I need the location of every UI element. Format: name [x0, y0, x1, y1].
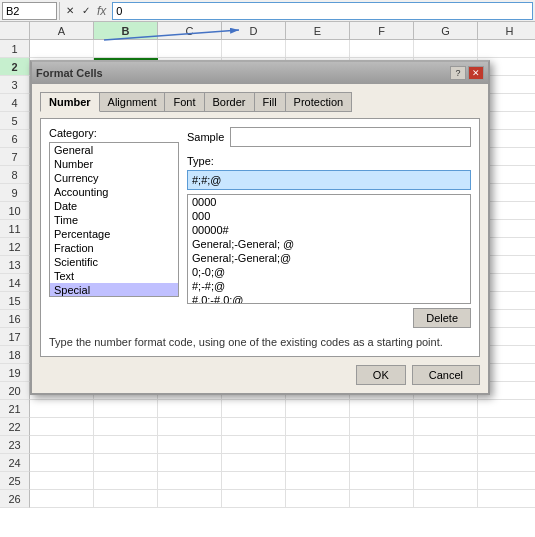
dialog-close-btn[interactable]: ✕: [468, 66, 484, 80]
category-item-fraction[interactable]: Fraction: [50, 241, 178, 255]
row-num-1[interactable]: 1: [0, 40, 30, 58]
sample-row: Sample: [187, 127, 471, 147]
col-header-d[interactable]: D: [222, 22, 286, 39]
cell-f1[interactable]: [350, 40, 414, 58]
format-item-0[interactable]: 0000: [188, 195, 470, 209]
category-item-special[interactable]: Special: [50, 283, 178, 297]
format-item-7[interactable]: #.0;-#.0;@: [188, 293, 470, 304]
two-col-layout: Category: General Number Currency Accoun…: [49, 127, 471, 328]
description-text: Type the number format code, using one o…: [49, 336, 471, 348]
column-headers: A B C D E F G H I: [0, 22, 535, 40]
sample-box: [230, 127, 471, 147]
category-item-percentage[interactable]: Percentage: [50, 227, 178, 241]
format-item-5[interactable]: 0;-0;@: [188, 265, 470, 279]
col-header-b[interactable]: B: [94, 22, 158, 39]
col-header-c[interactable]: C: [158, 22, 222, 39]
category-item-general[interactable]: General: [50, 143, 178, 157]
grid-row-1: 1: [0, 40, 535, 58]
category-label: Category:: [49, 127, 179, 139]
row-num-3[interactable]: 3: [0, 76, 30, 94]
category-item-currency[interactable]: Currency: [50, 171, 178, 185]
format-item-3[interactable]: General;-General; @: [188, 237, 470, 251]
category-list[interactable]: General Number Currency Accounting Date …: [49, 142, 179, 297]
format-item-2[interactable]: 00000#: [188, 223, 470, 237]
category-item-date[interactable]: Date: [50, 199, 178, 213]
dialog-help-btn[interactable]: ?: [450, 66, 466, 80]
col-header-e[interactable]: E: [286, 22, 350, 39]
format-cells-dialog: Format Cells ? ✕ Number Alignment Font B…: [30, 60, 490, 395]
grid-row-25: 25: [0, 472, 535, 490]
spreadsheet: ✕ ✓ fx A B C D E F G H I 1 2: [0, 0, 535, 537]
format-list[interactable]: 0000 000 00000# General;-General; @ Gene…: [187, 194, 471, 304]
dialog-title: Format Cells: [36, 67, 103, 79]
cancel-formula-btn[interactable]: ✕: [62, 3, 78, 19]
cell-g1[interactable]: [414, 40, 478, 58]
ok-button[interactable]: OK: [356, 365, 406, 385]
cell-e1[interactable]: [286, 40, 350, 58]
row-num-4[interactable]: 4: [0, 94, 30, 112]
col-header-h[interactable]: H: [478, 22, 535, 39]
type-input[interactable]: [187, 170, 471, 190]
tab-number[interactable]: Number: [40, 92, 100, 112]
right-section: Sample Type: 0000 000 00000# General;-Ge…: [187, 127, 471, 328]
type-label: Type:: [187, 155, 471, 167]
grid-row-26: 26: [0, 490, 535, 508]
tab-border[interactable]: Border: [204, 92, 255, 112]
cell-h1[interactable]: [478, 40, 535, 58]
col-header-f[interactable]: F: [350, 22, 414, 39]
ok-cancel-row: OK Cancel: [40, 365, 480, 385]
tab-protection[interactable]: Protection: [285, 92, 353, 112]
confirm-formula-btn[interactable]: ✓: [78, 3, 94, 19]
dialog-content: Category: General Number Currency Accoun…: [40, 118, 480, 357]
row-num-2[interactable]: 2: [0, 58, 30, 76]
tab-fill[interactable]: Fill: [254, 92, 286, 112]
tab-font[interactable]: Font: [164, 92, 204, 112]
tab-alignment[interactable]: Alignment: [99, 92, 166, 112]
fx-label: fx: [97, 4, 106, 18]
formula-input[interactable]: [112, 2, 533, 20]
category-item-scientific[interactable]: Scientific: [50, 255, 178, 269]
grid-row-24: 24: [0, 454, 535, 472]
dialog-controls: ? ✕: [450, 66, 484, 80]
tab-bar: Number Alignment Font Border Fill Protec…: [40, 92, 480, 112]
cell-b1[interactable]: [94, 40, 158, 58]
cell-ref-input[interactable]: [2, 2, 57, 20]
category-item-accounting[interactable]: Accounting: [50, 185, 178, 199]
grid-row-21: 21: [0, 400, 535, 418]
category-item-time[interactable]: Time: [50, 213, 178, 227]
grid-row-22: 22: [0, 418, 535, 436]
delete-button[interactable]: Delete: [413, 308, 471, 328]
format-item-1[interactable]: 000: [188, 209, 470, 223]
col-header-a[interactable]: A: [30, 22, 94, 39]
cell-a1[interactable]: [30, 40, 94, 58]
sample-label: Sample: [187, 131, 224, 143]
col-header-g[interactable]: G: [414, 22, 478, 39]
formula-bar: ✕ ✓ fx: [0, 0, 535, 22]
category-item-text[interactable]: Text: [50, 269, 178, 283]
cell-c1[interactable]: [158, 40, 222, 58]
cell-d1[interactable]: [222, 40, 286, 58]
formula-bar-separator: [59, 2, 60, 20]
format-item-4[interactable]: General;-General;@: [188, 251, 470, 265]
cancel-button[interactable]: Cancel: [412, 365, 480, 385]
category-item-number[interactable]: Number: [50, 157, 178, 171]
category-section: Category: General Number Currency Accoun…: [49, 127, 179, 328]
grid-row-23: 23: [0, 436, 535, 454]
header-spacer: [0, 22, 30, 39]
dialog-titlebar: Format Cells ? ✕: [32, 62, 488, 84]
format-item-6[interactable]: #;-#;@: [188, 279, 470, 293]
dialog-body: Number Alignment Font Border Fill Protec…: [32, 84, 488, 393]
delete-btn-row: Delete: [187, 308, 471, 328]
